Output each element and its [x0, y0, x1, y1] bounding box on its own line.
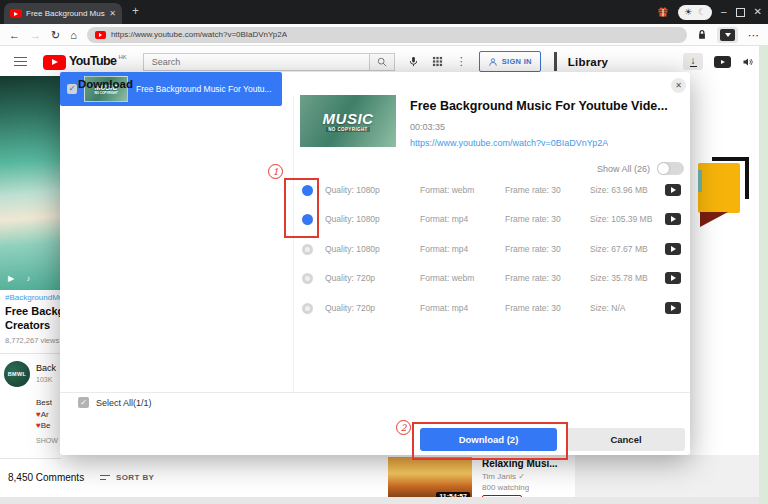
light-mode-icon[interactable]: ☀	[684, 7, 692, 17]
youtube-logo[interactable]: YouTube HK	[43, 54, 127, 70]
channel-avatar[interactable]: BMWL	[4, 361, 30, 387]
dialog-close-button[interactable]: ✕	[671, 78, 686, 93]
download-dialog: Download ✕ ✓ MUSIC NO COPYRIGHT Free Bac…	[60, 72, 690, 455]
theme-toggle[interactable]: ☀ ☾	[678, 5, 712, 20]
video-download-icon[interactable]	[717, 27, 738, 43]
back-button[interactable]: ←	[9, 29, 20, 41]
quality-label: Quality: 1080p	[325, 244, 420, 254]
search-button[interactable]	[369, 53, 395, 71]
preview-play-icon[interactable]	[665, 243, 681, 255]
comment-text: ♥Ar	[36, 410, 60, 419]
show-all-label: Show All (26)	[597, 164, 650, 174]
annotation-rect-2	[412, 422, 568, 460]
video-library-icon[interactable]	[714, 56, 731, 68]
view-count: 8,772,267 views	[5, 336, 62, 345]
annotation-rect-1	[284, 178, 319, 238]
youtube-favicon	[95, 31, 106, 39]
video-title: Free Backgr Creators	[5, 304, 63, 332]
comments-count: 8,450 Comments	[8, 472, 98, 483]
select-all-label: Select All(1/1)	[96, 398, 152, 408]
select-all-control[interactable]: ✓ Select All(1/1)	[78, 397, 152, 408]
home-button[interactable]: ⌂	[70, 29, 77, 41]
channel-name[interactable]: Back	[36, 363, 60, 373]
downloading-tab-icon[interactable]: ↓	[683, 53, 703, 70]
framerate-label: Frame rate: 30	[505, 214, 590, 224]
lock-icon[interactable]	[697, 29, 707, 40]
browser-tab[interactable]: Free Background Mus ✕	[4, 3, 122, 24]
quality-label: Quality: 1080p	[325, 214, 420, 224]
annotation-number-1: 1	[268, 164, 283, 179]
browser-menu-icon[interactable]: ⋯	[748, 29, 759, 41]
sort-icon	[100, 475, 110, 481]
gift-icon[interactable]	[657, 6, 669, 18]
close-window-button[interactable]: ✕	[754, 7, 762, 17]
divider	[0, 353, 61, 354]
panel-divider	[293, 96, 294, 392]
quality-row[interactable]: Quality: 720p Format: mp4 Frame rate: 30…	[302, 300, 681, 316]
annotation-number-2: 2	[396, 420, 411, 435]
folder-illustration	[700, 212, 728, 227]
refresh-button[interactable]: ↻	[51, 29, 60, 41]
quality-label: Quality: 1080p	[325, 185, 420, 195]
quality-radio[interactable]	[302, 244, 313, 255]
sign-in-label: SIGN IN	[502, 57, 532, 66]
quality-label: Quality: 720p	[325, 303, 420, 313]
show-more-link[interactable]: SHOW	[36, 437, 60, 444]
sign-in-button[interactable]: SIGN IN	[479, 51, 541, 72]
suggested-video-channel: Tim Janis ✓	[482, 472, 525, 481]
window-edge-strip	[759, 46, 768, 504]
next-icon[interactable]: ♪	[26, 274, 30, 283]
library-title: Library	[568, 56, 608, 68]
youtube-favicon	[10, 9, 22, 18]
browser-titlebar: Free Background Mus ✕ + ☀ ☾ – ✕	[0, 0, 768, 24]
maximize-button[interactable]	[736, 8, 745, 17]
footer-divider	[60, 392, 690, 393]
preview-play-icon[interactable]	[665, 272, 681, 284]
format-label: Format: mp4	[420, 244, 505, 254]
hashtag-link[interactable]: #BackgroundMus	[5, 293, 60, 302]
item-title: Free Background Music For Youtu...	[136, 84, 282, 94]
quality-row[interactable]: Quality: 1080p Format: mp4 Frame rate: 3…	[302, 241, 681, 257]
framerate-label: Frame rate: 30	[505, 303, 590, 313]
quality-row[interactable]: Quality: 720p Format: webm Frame rate: 3…	[302, 270, 681, 286]
quality-label: Quality: 720p	[325, 273, 420, 283]
forward-button[interactable]: →	[30, 29, 41, 41]
app-window: Free Background Mus ✕ + ☀ ☾ – ✕ ← → ↻ ⌂	[0, 0, 768, 504]
dark-mode-icon[interactable]: ☾	[698, 7, 706, 17]
preview-play-icon[interactable]	[665, 184, 681, 196]
preview-play-icon[interactable]	[665, 213, 681, 225]
item-checkbox[interactable]: ✓	[67, 84, 77, 94]
hamburger-menu-icon[interactable]	[14, 57, 27, 67]
quality-radio[interactable]	[302, 303, 313, 314]
search-input[interactable]	[143, 53, 369, 71]
size-label: Size: 63.96 MB	[590, 185, 665, 195]
new-tab-button[interactable]: +	[132, 4, 139, 18]
minimize-button[interactable]: –	[721, 7, 727, 17]
url-text: https://www.youtube.com/watch?v=0BIaDVnY…	[111, 30, 287, 39]
video-duration: 00:03:35	[410, 122, 445, 132]
quality-row[interactable]: Quality: 1080p Format: webm Frame rate: …	[302, 182, 681, 198]
tab-title: Free Background Mus	[26, 9, 105, 18]
apps-grid-icon[interactable]	[432, 56, 443, 67]
video-player[interactable]: ▶ ♪	[0, 76, 61, 290]
youtube-menu-icon[interactable]: ⋮	[456, 55, 467, 68]
audio-library-icon[interactable]	[742, 56, 754, 68]
tab-close-icon[interactable]: ✕	[109, 9, 116, 18]
framerate-label: Frame rate: 30	[505, 244, 590, 254]
preview-play-icon[interactable]	[665, 302, 681, 314]
quality-radio[interactable]	[302, 273, 313, 284]
address-bar[interactable]: https://www.youtube.com/watch?v=0BIaDVnY…	[87, 27, 687, 43]
comment-text: ♥Be	[36, 421, 60, 430]
format-label: Format: mp4	[420, 303, 505, 313]
framerate-label: Frame rate: 30	[505, 273, 590, 283]
cancel-button[interactable]: Cancel	[567, 428, 685, 451]
sort-by-button[interactable]: SORT BY	[100, 473, 154, 482]
show-all-toggle[interactable]	[657, 162, 684, 175]
mic-icon[interactable]	[408, 56, 419, 67]
app-bottom-panel	[575, 455, 759, 497]
quality-row[interactable]: Quality: 1080p Format: mp4 Frame rate: 3…	[302, 211, 681, 227]
video-url-link[interactable]: https://www.youtube.com/watch?v=0BIaDVnY…	[410, 138, 608, 148]
select-all-checkbox[interactable]: ✓	[78, 397, 89, 408]
play-icon[interactable]: ▶	[8, 274, 14, 283]
format-label: Format: mp4	[420, 214, 505, 224]
